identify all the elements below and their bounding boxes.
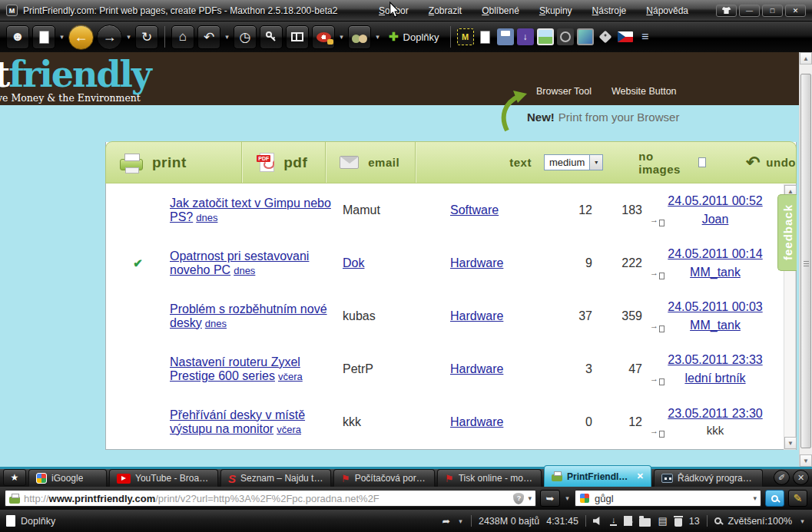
groups-dropdown-icon[interactable]: ▾ <box>374 33 381 41</box>
zoom-level[interactable]: Zvětšení:100% <box>728 516 792 527</box>
close-tab-icon[interactable]: ✕ <box>793 470 809 485</box>
goto-last-post-icon[interactable]: → <box>650 373 665 385</box>
tab-printfriendly-active[interactable]: PrintFriendly.c... ✕ <box>544 465 651 487</box>
plugin-save-icon[interactable] <box>497 28 514 45</box>
plugin-camera-icon[interactable] <box>557 28 574 45</box>
tab-poradna[interactable]: ⚑ Počítačová poradn... <box>333 469 435 487</box>
account-icon[interactable]: ☻ <box>6 25 29 49</box>
url-field[interactable]: http://www.printfriendly.com/print/v2?ur… <box>5 490 536 507</box>
back-icon[interactable]: ← <box>68 25 94 50</box>
zoom-dropdown-icon[interactable]: ▾ <box>799 517 806 525</box>
menu-skupiny[interactable]: Skupiny <box>539 5 572 16</box>
new-tab-icon[interactable] <box>32 25 55 49</box>
czech-flag-icon[interactable] <box>617 28 634 45</box>
skin-button[interactable] <box>716 5 737 17</box>
zoom-magnifier-icon[interactable] <box>714 517 721 524</box>
new-tab-dropdown-icon[interactable]: ▾ <box>58 33 65 41</box>
tab-seznam[interactable]: S Seznam – Najdu ta... <box>220 469 331 487</box>
last-post-datetime-link[interactable]: 23.05.2011 23:33 <box>668 353 762 366</box>
search-input[interactable]: gůgl ▾ <box>575 490 761 507</box>
menu-nastroje[interactable]: Nástroje <box>592 5 627 16</box>
plugin-snapshot-icon[interactable] <box>577 28 594 45</box>
export-page-icon[interactable] <box>624 516 632 526</box>
last-post-user-link[interactable]: MM_tank <box>690 266 741 279</box>
last-post-datetime-link[interactable]: 24.05.2011 00:52 <box>668 194 762 207</box>
plugin-bat-icon[interactable]: M <box>457 28 474 45</box>
topic-link[interactable]: Problém s rozběhutním nové desky <box>170 302 327 329</box>
ad-hunter-eye-icon[interactable] <box>312 25 335 49</box>
clipboard-icon[interactable]: ▤ <box>658 515 667 527</box>
category-link[interactable]: Hardware <box>450 415 503 428</box>
last-post-user-link[interactable]: MM_tank <box>690 319 741 332</box>
category-link[interactable]: Hardware <box>450 256 503 269</box>
search-engine-dropdown-icon[interactable]: ▾ <box>753 494 757 502</box>
vertical-scrollbar[interactable]: ▲ ▼ <box>799 52 812 467</box>
addons-button[interactable]: ✚ Doplňky <box>384 30 444 44</box>
jump-dropdown-icon[interactable]: ▾ <box>457 517 464 525</box>
security-shield-icon[interactable]: ? <box>513 493 524 504</box>
category-link[interactable]: Hardware <box>450 362 503 375</box>
plugin-list-icon[interactable]: ≡ <box>637 28 654 45</box>
goto-last-post-icon[interactable]: → <box>650 425 665 438</box>
download-tray-icon[interactable]: ↓ <box>610 516 618 526</box>
nav-website-button[interactable]: Website Button <box>611 86 677 97</box>
highlight-pencil-button[interactable]: ✎ <box>788 490 807 507</box>
no-images-checkbox[interactable] <box>698 157 706 167</box>
history-clock-icon[interactable]: ◷ <box>234 25 257 49</box>
undo-icon[interactable]: ↶ <box>197 25 220 49</box>
email-button[interactable]: email <box>326 142 416 183</box>
select-arrow-icon[interactable]: ▾ <box>589 155 602 170</box>
menu-zobrazit[interactable]: Zobrazit <box>429 5 462 16</box>
tab-tisk-online[interactable]: ⚑ Tisk online - možn... <box>437 469 542 487</box>
plugin-label-icon[interactable] <box>597 28 614 45</box>
undo-button[interactable]: ↶ undo <box>746 153 796 173</box>
last-post-datetime-link[interactable]: 23.05.2011 23:30 <box>668 407 762 420</box>
plugin-image-icon[interactable] <box>537 28 554 45</box>
pdf-button[interactable]: pdf <box>242 142 326 183</box>
date-link[interactable]: dnes <box>196 212 217 223</box>
author-link[interactable]: Dok <box>343 256 450 270</box>
search-button[interactable] <box>765 490 784 507</box>
date-link[interactable]: včera <box>278 371 303 382</box>
tab-youtube[interactable]: YouTube - Broadc... <box>109 469 218 487</box>
last-post-user-link[interactable]: Joan <box>702 213 729 226</box>
tab-radkovy-program[interactable]: Řádkový program ... <box>654 469 763 487</box>
feedback-tab[interactable]: feedback <box>777 194 797 271</box>
favorites-star-icon[interactable]: ★ <box>3 469 26 486</box>
category-link[interactable]: Software <box>450 203 499 216</box>
tab-menu-pen-icon[interactable]: ✐ <box>774 470 790 485</box>
tab-igoogle[interactable]: iGoogle <box>28 469 107 487</box>
date-link[interactable]: dnes <box>205 318 227 329</box>
tab-close-icon[interactable]: ✕ <box>637 471 644 481</box>
trash-icon[interactable] <box>674 518 682 527</box>
groups-people-icon[interactable] <box>348 25 371 49</box>
split-screen-icon[interactable] <box>286 25 309 49</box>
speaker-icon[interactable] <box>593 517 603 525</box>
folder-icon[interactable] <box>639 518 651 527</box>
print-button[interactable]: print <box>106 142 242 183</box>
plugin-download-icon[interactable]: ↓ <box>517 28 534 45</box>
home-icon[interactable]: ⌂ <box>171 25 194 49</box>
goto-last-post-icon[interactable]: → <box>650 320 665 332</box>
jump-icon[interactable]: ➦ <box>442 515 449 527</box>
plugin-page-icon[interactable] <box>477 28 494 45</box>
date-link[interactable]: dnes <box>234 265 255 276</box>
scroll-up-icon[interactable]: ▲ <box>800 52 812 64</box>
statusbar-addons[interactable]: Doplňky <box>6 515 55 527</box>
menu-oblibene[interactable]: Oblíbené <box>482 5 519 16</box>
password-key-icon[interactable] <box>260 25 283 49</box>
vertical-scroll-thumb[interactable] <box>800 74 811 448</box>
text-size-select[interactable]: medium ▾ <box>544 154 603 170</box>
nav-browser-tool[interactable]: Browser Tool <box>536 86 592 97</box>
forward-icon[interactable]: → <box>97 25 122 50</box>
category-link[interactable]: Hardware <box>450 309 503 322</box>
last-post-user-link[interactable]: lední brtník <box>684 372 745 385</box>
close-button[interactable]: ✕ <box>785 5 806 17</box>
url-dropdown-icon[interactable]: ▾ <box>528 494 532 502</box>
refresh-icon[interactable]: ↻ <box>135 25 158 49</box>
history-dropdown-icon[interactable]: ▾ <box>125 33 132 41</box>
goto-last-post-icon[interactable]: → <box>650 267 665 279</box>
ad-hunter-dropdown-icon[interactable]: ▾ <box>338 33 345 41</box>
last-post-datetime-link[interactable]: 24.05.2011 00:03 <box>668 300 762 313</box>
menu-napoveda[interactable]: Nápověda <box>646 5 688 16</box>
